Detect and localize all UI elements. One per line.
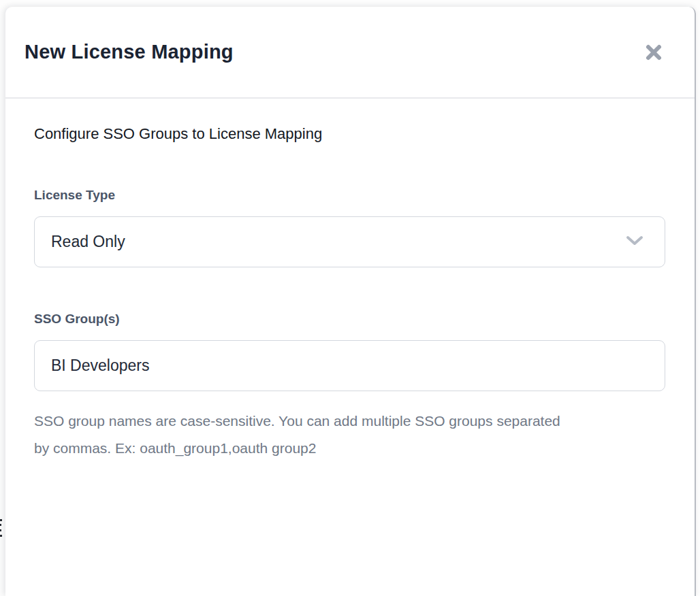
license-type-label: License Type	[34, 187, 664, 203]
dialog-header: New License Mapping	[5, 7, 695, 99]
dialog-body: Configure SSO Groups to License Mapping …	[5, 99, 695, 462]
new-license-mapping-dialog: New License Mapping Configure SSO Groups…	[5, 7, 696, 596]
background-page-fragment	[0, 519, 2, 521]
sso-groups-label: SSO Group(s)	[34, 311, 664, 327]
dialog-subtitle: Configure SSO Groups to License Mapping	[34, 125, 664, 144]
chevron-down-icon	[625, 233, 644, 251]
sso-groups-help-text: SSO group names are case-sensitive. You …	[34, 408, 579, 462]
license-type-select[interactable]: Read Only	[34, 216, 665, 267]
background-page-fragment	[0, 535, 2, 537]
background-page-fragment	[0, 524, 1, 526]
background-page-fragment	[0, 529, 1, 531]
dialog-title: New License Mapping	[25, 41, 234, 63]
sso-groups-input[interactable]	[51, 357, 648, 375]
license-type-selected-value: Read Only	[51, 233, 125, 251]
close-button[interactable]	[639, 37, 669, 67]
close-icon	[643, 42, 665, 63]
sso-groups-field-container	[34, 340, 665, 391]
